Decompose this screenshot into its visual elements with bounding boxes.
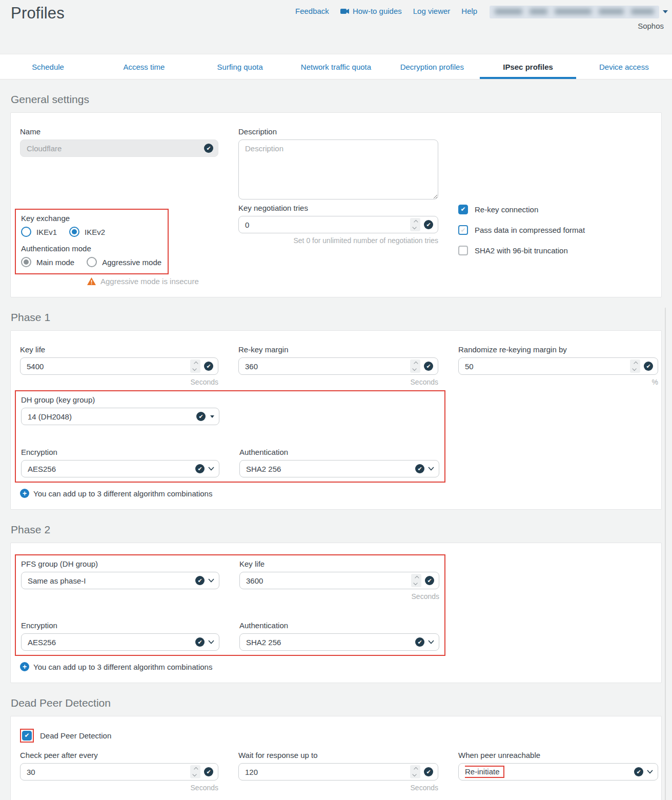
general-checkboxes: ✔ Re-key connection ✔ Pass data in compr… xyxy=(458,199,658,255)
tab-access-time[interactable]: Access time xyxy=(96,54,192,79)
valid-check-icon: ✔ xyxy=(415,637,424,647)
phase1-dh-group-select[interactable]: 14 (DH2048) ✔ xyxy=(21,408,219,425)
checkbox-unchecked-icon[interactable]: ✔ xyxy=(458,225,468,235)
number-stepper[interactable] xyxy=(190,359,200,373)
chevron-down-icon xyxy=(208,467,214,471)
log-viewer-link[interactable]: Log viewer xyxy=(413,7,451,15)
phase1-randomize-field: Randomize re-keying margin by 50 ✔ % xyxy=(458,345,658,386)
chevron-down-icon xyxy=(428,640,434,644)
dpd-wait-response-input[interactable]: 120 ✔ xyxy=(238,763,438,781)
add-icon[interactable]: + xyxy=(20,489,29,498)
key-negotiation-helper: Set 0 for unlimited number of negotiatio… xyxy=(238,236,438,245)
key-negotiation-field: Key negotiation tries 0 ✔ Set 0 for unli… xyxy=(238,199,438,245)
phase1-authentication-select[interactable]: SHA2 256 ✔ xyxy=(239,460,439,477)
valid-check-icon: ✔ xyxy=(195,637,205,647)
number-stepper[interactable] xyxy=(410,218,420,231)
radio-option-ikev2[interactable]: IKEv2 xyxy=(69,227,105,237)
tab-surfing-quota[interactable]: Surfing quota xyxy=(192,54,288,79)
number-stepper[interactable] xyxy=(410,765,420,778)
valid-check-icon: ✔ xyxy=(415,464,424,473)
annotation-box-phase1-algorithms: DH group (key group) 14 (DH2048) ✔ Encry… xyxy=(15,390,445,483)
phase1-heading: Phase 1 xyxy=(11,311,662,324)
tab-ipsec-profiles[interactable]: IPsec profiles xyxy=(480,54,576,79)
dpd-enable-row: ✔ Dead Peer Detection xyxy=(20,729,652,743)
name-label: Name xyxy=(20,127,218,136)
tab-device-access[interactable]: Device access xyxy=(576,54,672,79)
add-icon[interactable]: + xyxy=(20,662,29,671)
checkbox-rekey-connection[interactable]: ✔ Re-key connection xyxy=(458,205,658,214)
name-input: Cloudflare ✔ xyxy=(20,139,218,157)
radio-disabled-icon xyxy=(87,257,97,267)
video-camera-icon xyxy=(340,8,350,14)
chevron-down-icon[interactable] xyxy=(663,10,668,13)
dpd-enable-label: Dead Peer Detection xyxy=(40,731,111,740)
phase2-pfs-group-select[interactable]: Same as phase-I ✔ xyxy=(21,572,219,589)
phase1-key-life-input[interactable]: 5400 ✔ xyxy=(20,357,218,375)
radio-option-aggressive-mode: Aggressive mode xyxy=(87,257,161,267)
phase1-dh-group-field: DH group (key group) 14 (DH2048) ✔ xyxy=(21,395,219,425)
phase1-key-life-field: Key life 5400 ✔ Seconds xyxy=(20,345,218,386)
tab-network-traffic-quota[interactable]: Network traffic quota xyxy=(288,54,384,79)
dpd-when-unreachable-select[interactable]: Re-initiate ✔ xyxy=(458,763,658,781)
phase1-rekey-margin-input[interactable]: 360 ✔ xyxy=(238,357,438,375)
header-links: Feedback How-to guides Log viewer Help xyxy=(295,7,477,15)
valid-check-icon: ✔ xyxy=(204,144,213,153)
dpd-checkbox-checked-icon[interactable]: ✔ xyxy=(22,731,32,741)
valid-check-icon: ✔ xyxy=(196,412,206,421)
number-stepper[interactable] xyxy=(630,359,640,373)
annotation-box-dpd-checkbox: ✔ xyxy=(20,729,34,743)
radio-option-ikev1[interactable]: IKEv1 xyxy=(21,227,57,237)
scrollbar[interactable] xyxy=(665,308,666,800)
radio-selected-icon[interactable] xyxy=(69,227,79,237)
howto-guides-link[interactable]: How-to guides xyxy=(340,7,402,15)
feedback-link[interactable]: Feedback xyxy=(295,7,329,15)
phase2-encryption-field: Encryption AES256 ✔ xyxy=(21,621,219,651)
number-stepper[interactable] xyxy=(190,765,200,778)
key-exchange-label: Key exchange xyxy=(21,214,166,223)
chevron-down-icon xyxy=(428,467,434,471)
valid-check-icon: ✔ xyxy=(204,767,213,776)
checkbox-checked-icon[interactable]: ✔ xyxy=(458,205,468,214)
brand-label: Sophos xyxy=(638,22,664,30)
phase2-encryption-select[interactable]: AES256 ✔ xyxy=(21,633,219,651)
redacted-text xyxy=(490,6,659,17)
checkbox-pass-data-compressed[interactable]: ✔ Pass data in compressed format xyxy=(458,225,658,235)
phase2-key-life-input[interactable]: 3600 ✔ xyxy=(239,572,439,589)
radio-icon[interactable] xyxy=(21,227,31,237)
phase2-authentication-select[interactable]: SHA2 256 ✔ xyxy=(239,633,439,651)
checkbox-disabled-icon xyxy=(458,246,468,255)
dpd-check-peer-input[interactable]: 30 ✔ xyxy=(20,763,218,781)
valid-check-icon: ✔ xyxy=(195,464,205,473)
number-stepper[interactable] xyxy=(410,359,420,373)
chevron-down-icon xyxy=(208,578,214,583)
valid-check-icon: ✔ xyxy=(425,576,434,585)
phase2-key-life-field: Key life 3600 ✔ Seconds xyxy=(239,559,439,601)
description-input[interactable] xyxy=(238,139,438,199)
phase2-heading: Phase 2 xyxy=(11,524,662,536)
description-field: Description xyxy=(238,127,438,199)
chevron-down-icon xyxy=(647,770,653,774)
radio-option-main-mode: Main mode xyxy=(21,257,74,267)
valid-check-icon: ✔ xyxy=(424,767,433,776)
number-stepper[interactable] xyxy=(411,574,421,587)
account-selector[interactable] xyxy=(490,6,659,18)
valid-check-icon: ✔ xyxy=(644,362,653,371)
general-settings-card: Name Cloudflare ✔ Description Key exchan… xyxy=(10,112,662,297)
key-negotiation-label: Key negotiation tries xyxy=(238,204,438,212)
aggressive-mode-warning: Aggressive mode is insecure xyxy=(87,277,218,286)
phase1-encryption-select[interactable]: AES256 ✔ xyxy=(21,460,219,477)
warning-icon xyxy=(87,277,96,286)
valid-check-icon: ✔ xyxy=(424,362,433,371)
phase2-add-combination-note: + You can add up to 3 different algorith… xyxy=(20,662,652,671)
tab-schedule[interactable]: Schedule xyxy=(0,54,96,79)
tab-decryption-profiles[interactable]: Decryption profiles xyxy=(384,54,480,79)
help-link[interactable]: Help xyxy=(461,7,477,15)
dpd-when-unreachable-field: When peer unreachable Re-initiate ✔ xyxy=(458,751,658,781)
checkbox-sha2-truncation: SHA2 with 96-bit truncation xyxy=(458,246,658,255)
description-label: Description xyxy=(238,127,438,136)
tab-bar: Schedule Access time Surfing quota Netwo… xyxy=(0,54,672,79)
valid-check-icon: ✔ xyxy=(424,220,433,229)
key-negotiation-input[interactable]: 0 ✔ xyxy=(238,216,438,233)
phase2-card: PFS group (DH group) Same as phase-I ✔ K… xyxy=(10,543,662,683)
phase1-randomize-input[interactable]: 50 ✔ xyxy=(458,357,658,375)
